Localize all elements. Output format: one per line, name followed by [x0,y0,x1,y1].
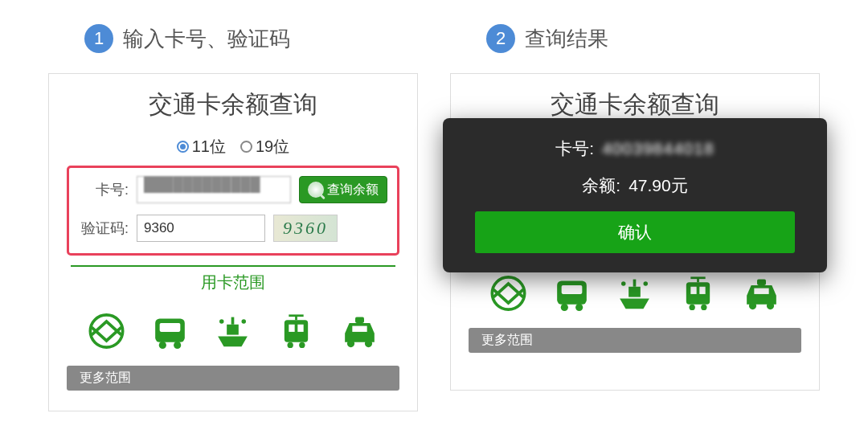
svg-rect-36 [757,280,766,285]
svg-rect-25 [629,287,641,297]
result-modal: 卡号: 40039844018 余额: 47.90元 确认 [443,118,827,272]
svg-rect-5 [227,325,240,335]
tram-icon [676,273,720,313]
radio-19digit[interactable]: 19位 [240,136,289,158]
tram-icon [274,311,318,351]
captcha-input[interactable] [137,215,265,242]
svg-point-19 [365,340,372,347]
svg-rect-16 [355,317,364,323]
search-icon [308,182,324,198]
svg-rect-6 [231,317,235,325]
svg-rect-22 [561,285,582,294]
step2-header: 2 查询结果 [486,24,820,53]
svg-point-23 [560,304,567,311]
svg-rect-11 [298,325,304,332]
ferry-icon [612,273,657,313]
step1-number-badge: 1 [84,24,113,53]
svg-rect-9 [285,320,308,342]
metro-icon [486,273,530,313]
step2-title: 查询结果 [525,25,608,53]
radio-unchecked-icon [240,141,252,153]
bus-icon [550,273,594,313]
card-length-radios: 11位 19位 [67,136,399,158]
modal-card-value: 40039844018 [602,139,714,158]
query-panel-step2: 交通卡余额查询 卡号: 40039844018 查询余额 验证码: 9360 0… [450,73,820,391]
svg-point-34 [690,305,695,310]
modal-card-label: 卡号: [555,137,594,160]
svg-rect-29 [686,282,710,305]
svg-point-35 [701,305,706,310]
svg-point-3 [158,342,166,349]
svg-rect-30 [691,287,697,294]
step1-title: 输入卡号、验证码 [123,25,290,53]
step1-header: 1 输入卡号、验证码 [84,24,418,53]
svg-point-14 [288,342,293,348]
transport-icons-row [477,273,793,313]
svg-point-4 [174,342,181,349]
ferry-icon [211,311,255,351]
scope-divider: 用卡范围 [71,265,395,293]
svg-point-15 [299,342,305,348]
metro-icon [84,311,129,351]
svg-rect-10 [289,325,295,332]
svg-point-38 [749,302,756,309]
bus-icon [148,311,192,351]
taxi-icon [338,311,382,351]
svg-point-18 [347,340,354,347]
captcha-image[interactable]: 9360 [273,215,338,242]
modal-balance-value: 47.90元 [628,174,688,197]
radio-checked-icon [177,141,189,153]
svg-rect-17 [352,326,366,332]
svg-rect-26 [633,280,637,287]
modal-confirm-button[interactable]: 确认 [475,211,795,253]
svg-point-28 [644,281,649,286]
captcha-label: 验证码: [79,219,129,238]
more-scope-button[interactable]: 更多范围 [67,366,399,391]
svg-rect-37 [754,289,768,294]
svg-point-8 [242,319,247,324]
step2-number-badge: 2 [486,24,515,53]
panel-title: 交通卡余额查询 [469,88,801,121]
query-panel-step1: 交通卡余额查询 11位 19位 卡号: ████████████ 查询余额 验证… [48,73,418,411]
panel-title: 交通卡余额查询 [67,88,399,121]
svg-point-24 [575,304,583,311]
radio-11digit[interactable]: 11位 [177,136,226,158]
card-number-label: 卡号: [79,180,129,199]
svg-rect-31 [700,287,706,294]
query-balance-button[interactable]: 查询余额 [299,176,387,203]
input-highlight-box: 卡号: ████████████ 查询余额 验证码: 9360 [67,166,399,256]
taxi-icon [739,273,784,313]
svg-point-39 [767,302,774,309]
svg-rect-2 [159,323,180,332]
svg-point-7 [219,319,224,324]
scope-label: 用卡范围 [201,273,265,291]
svg-point-27 [621,281,626,286]
more-scope-button[interactable]: 更多范围 [469,328,801,353]
modal-balance-label: 余额: [582,174,620,197]
card-number-input[interactable]: ████████████ [137,176,291,203]
transport-icons-row [75,311,391,351]
